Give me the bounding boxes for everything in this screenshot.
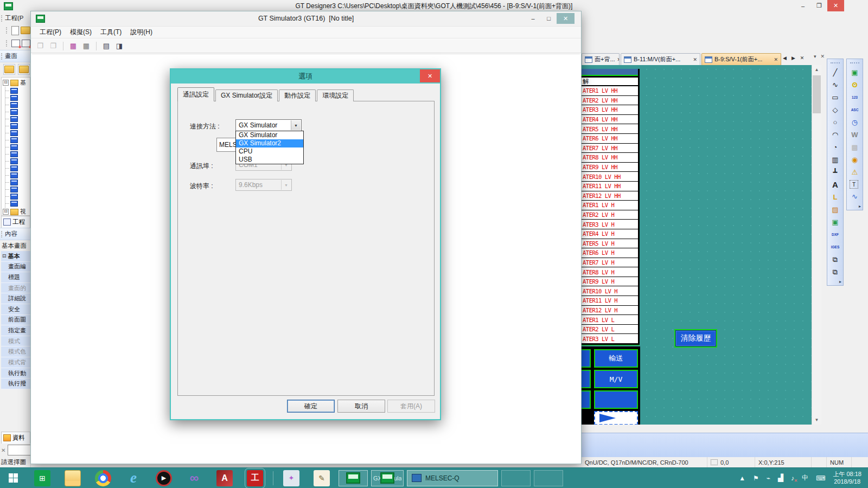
alarm-row[interactable]: ATER2 LV H [582, 210, 638, 220]
clock-display-icon[interactable]: ◷ [848, 116, 861, 129]
clock[interactable]: 上午 08:18 2018/9/18 [833, 471, 861, 485]
tray-expand-icon[interactable]: ▲ [739, 474, 745, 482]
chrome-icon[interactable] [95, 470, 111, 486]
tree-item-screen[interactable] [5, 101, 30, 108]
toolbar-more-icon[interactable]: ▸ [859, 203, 863, 209]
alarm-row[interactable]: ATER2 LV L [582, 325, 638, 335]
autocad-icon[interactable]: A [216, 470, 233, 486]
alarm-row[interactable]: ATER3 LV HH [582, 105, 638, 115]
alarm-row[interactable]: ATER8 LV HH [582, 153, 638, 163]
action-center-icon[interactable]: ⚑ [753, 474, 759, 482]
property-row[interactable]: 畫面編 [1, 262, 30, 273]
text-icon[interactable]: A [828, 178, 842, 191]
alarm-row[interactable]: ATER11 LV HH [582, 182, 638, 191]
device-list-icon[interactable]: ▤ [100, 41, 112, 52]
circle-icon[interactable]: ○ [828, 116, 842, 129]
menu-item[interactable]: 模擬(S) [66, 28, 96, 37]
hmi-button-partial[interactable] [582, 349, 591, 368]
network-signal-icon[interactable]: ▟ [778, 474, 783, 482]
tree-item-screen[interactable] [5, 158, 30, 165]
toolbar-drag-handle[interactable] [831, 62, 840, 63]
screen-tab[interactable]: B-11:M/V(前面+... ✕ [621, 53, 700, 65]
paint-brush-icon[interactable]: ▨ [828, 203, 842, 216]
property-row[interactable]: 執行撥 [1, 378, 30, 389]
dialog-tab[interactable]: 動作設定 [279, 89, 316, 101]
tree-item-screen[interactable] [5, 172, 30, 179]
alarm-row[interactable]: ATER7 LV HH [582, 144, 638, 153]
tree-item-screen[interactable] [5, 200, 30, 207]
scroll-tabs-right-icon[interactable]: ▶ [792, 55, 795, 61]
toolbar-overflow-icon[interactable]: ▾ [814, 54, 816, 59]
alarm-row[interactable]: ATER7 LV H [582, 258, 638, 268]
close-screen-icon[interactable]: ✕ [800, 55, 805, 61]
image-icon[interactable]: ▣ [828, 216, 842, 228]
ascii-display-icon[interactable]: ASC [848, 104, 861, 116]
toolbar-drag-handle[interactable] [850, 62, 859, 63]
taskbar-icon[interactable] [273, 471, 273, 485]
triangle-object[interactable] [594, 411, 638, 425]
alarm-row[interactable]: ATER1 LV HH [582, 86, 638, 96]
ime-indicator[interactable]: 中 [802, 473, 808, 483]
hmi-button-partial[interactable] [582, 390, 591, 409]
designer-menu-project[interactable]: 工程(P [0, 12, 30, 24]
visual-studio-icon[interactable]: ∞ [186, 470, 202, 486]
close-button[interactable]: ✕ [557, 13, 575, 24]
connection-method-combo[interactable]: GX Simulator ▼ [235, 119, 302, 131]
alarm-row[interactable]: ATER3 LV H [582, 220, 638, 229]
comment-display-icon[interactable]: W [848, 129, 861, 141]
alarm-row[interactable]: ATER2 LV HH [582, 96, 638, 106]
tab-data-browser[interactable]: 資料 [1, 432, 30, 444]
iges-import-icon[interactable]: IGES [828, 241, 842, 253]
chevron-down-icon[interactable]: ▼ [291, 120, 301, 130]
alarm-row[interactable]: ATER1 LV H [582, 201, 638, 210]
rectangle-icon[interactable]: ▭ [828, 91, 842, 104]
alarm-row[interactable]: ATER6 LV HH [582, 134, 638, 144]
cancel-button[interactable]: 取消 [337, 400, 385, 413]
tree-item-screen[interactable] [5, 123, 30, 130]
property-row[interactable]: 標題 [1, 272, 30, 283]
photo-viewer-icon[interactable]: ✦ [283, 470, 299, 486]
tree-item-screen[interactable] [5, 115, 30, 123]
alarm-display-icon[interactable]: ⚠ [848, 166, 861, 178]
dropdown-option[interactable]: GX Simulator [236, 131, 303, 139]
store-icon[interactable]: ⊞ [34, 470, 50, 486]
tree-item-screen[interactable] [5, 165, 30, 172]
minimize-button[interactable]: – [525, 13, 541, 24]
new-window-screen-icon[interactable] [22, 40, 30, 47]
alarm-row[interactable]: ATER5 LV HH [582, 124, 638, 134]
capture-group2-icon[interactable]: ⧉ [828, 266, 842, 278]
clear-history-button-object[interactable]: 清除履歷 [674, 329, 717, 348]
minimize-button[interactable]: – [795, 0, 811, 11]
alarm-row[interactable]: ATER8 LV H [582, 267, 638, 277]
arc-icon[interactable]: ◠ [828, 129, 842, 141]
property-row[interactable]: 詳細說 [1, 293, 30, 304]
menu-item[interactable]: 工程(P) [35, 28, 66, 37]
dialog-tab[interactable]: 通訊設定 [177, 87, 214, 101]
tree-item-screen[interactable] [5, 179, 30, 186]
polygon-icon[interactable]: ◇ [828, 104, 842, 116]
scale-icon[interactable]: ▥ [828, 153, 842, 166]
collapse-icon[interactable]: ⊟ [3, 80, 9, 86]
touch-area-icon[interactable]: T [850, 180, 858, 189]
screen-tab[interactable]: B-9:S/V-1(前面+... ✕ [701, 53, 781, 65]
numerical-display-icon[interactable]: 123 [848, 91, 861, 104]
tree-root-window-screens[interactable]: ⊟ 視 [2, 208, 30, 216]
scroll-tabs-left-icon[interactable]: ◀ [783, 55, 787, 61]
speaker-muted-icon[interactable]: ♪ [791, 474, 794, 482]
stop-simulation-icon[interactable]: ▦ [80, 41, 92, 52]
capture-group1-icon[interactable]: ⧉ [828, 253, 842, 266]
alarm-row[interactable]: ATER10 LV H [582, 286, 638, 296]
media-player-icon[interactable]: ▶ [156, 470, 172, 486]
open-folder2-icon[interactable] [18, 64, 30, 75]
tree-item-screen[interactable] [5, 186, 30, 193]
taskbar-button-gx-simulator[interactable]: GX Simulator [371, 470, 404, 486]
open-folder-icon[interactable] [3, 64, 15, 75]
logo-icon[interactable]: L [828, 191, 842, 203]
tree-item-screen[interactable] [5, 144, 30, 151]
new-screen-icon[interactable] [11, 40, 20, 47]
close-button[interactable]: ✕ [827, 0, 844, 11]
property-row[interactable]: 模式背 [1, 357, 30, 368]
collapse-icon[interactable]: ⊟ [3, 209, 9, 215]
dialog-close-button[interactable]: ✕ [420, 69, 440, 82]
property-row[interactable]: 模式色 [1, 346, 30, 357]
